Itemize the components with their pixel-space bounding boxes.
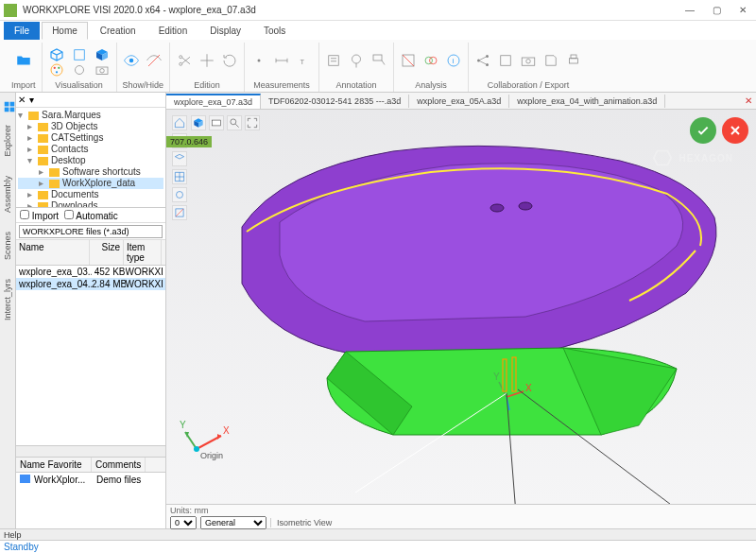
svg-text:T: T — [301, 58, 305, 66]
3d-viewport[interactable]: 707.0.646 HEXAGON — [166, 110, 756, 504]
rotate-icon[interactable] — [221, 52, 238, 69]
export-icon[interactable] — [497, 52, 514, 69]
section-icon[interactable] — [400, 52, 417, 69]
vt-layers-icon[interactable] — [172, 151, 187, 166]
move-icon[interactable] — [198, 52, 215, 69]
vt-rect-icon[interactable] — [209, 115, 224, 130]
measure-text-icon[interactable]: T — [296, 52, 313, 69]
layer-select[interactable]: 0 — [170, 516, 197, 529]
ribbon-group-label: Measurements — [253, 80, 310, 90]
file-row[interactable]: wxplore_exa_03... 452 KB WORKXPL — [16, 266, 165, 278]
tree-item[interactable]: Documents — [51, 189, 99, 200]
svg-point-7 — [99, 69, 104, 74]
svg-point-44 — [231, 119, 236, 125]
ribbon-tabs: File Home Creation Edition Display Tools — [0, 21, 756, 40]
svg-line-22 — [403, 55, 414, 66]
sidetab-scenes[interactable]: Scenes — [1, 228, 14, 264]
document-tab[interactable]: wxplore_exa_07.a3d — [166, 94, 261, 109]
vt-section-icon[interactable] — [172, 205, 187, 220]
file-filter-input[interactable] — [19, 225, 163, 238]
maximize-button[interactable]: ▢ — [707, 5, 726, 15]
vt-snap-icon[interactable] — [172, 187, 187, 202]
measure-dist-icon[interactable] — [273, 52, 290, 69]
document-close-icon[interactable]: ✕ — [741, 95, 756, 106]
document-tab[interactable]: wxplore_exa_05A.a3d — [409, 95, 509, 108]
y-label: Y — [180, 420, 186, 430]
reject-button[interactable] — [722, 117, 748, 144]
svg-point-62 — [194, 446, 199, 452]
vt-fit-icon[interactable] — [245, 115, 260, 130]
measure-point-icon[interactable] — [250, 52, 267, 69]
sidetab-layers[interactable]: Interct_lyrs — [1, 275, 14, 324]
svg-text:X: X — [525, 383, 532, 393]
panel-pin-icon[interactable]: ▾ — [29, 95, 34, 105]
window-title: WORKXPLORE VISI 2020.0 x64 - wxplore_exa… — [23, 5, 680, 15]
svg-line-20 — [382, 60, 385, 65]
hide-icon[interactable] — [146, 52, 163, 69]
tab-creation[interactable]: Creation — [90, 22, 146, 40]
svg-line-45 — [235, 124, 239, 128]
open-folder-icon[interactable] — [15, 52, 32, 69]
minimize-button[interactable]: — — [680, 5, 699, 15]
vt-search-icon[interactable] — [227, 115, 242, 130]
view-label: Isometric View — [270, 518, 332, 527]
close-button[interactable]: ✕ — [733, 5, 752, 15]
tree-item[interactable]: Software shortcuts — [62, 166, 141, 178]
camera2-icon[interactable] — [520, 52, 537, 69]
info-icon[interactable]: i — [445, 52, 462, 69]
tree-item[interactable]: Downloads — [51, 200, 97, 208]
vt-grid-icon[interactable] — [172, 169, 187, 184]
vt-cube-icon[interactable] — [191, 115, 206, 130]
tab-home[interactable]: Home — [42, 22, 88, 40]
status-bar: Standby — [0, 540, 756, 553]
callout-icon[interactable] — [370, 52, 387, 69]
tab-display[interactable]: Display — [199, 22, 251, 40]
camera-icon[interactable] — [94, 61, 111, 78]
viewport-footer: Units: mm 0 General Isometric View — [166, 504, 756, 528]
svg-point-27 — [477, 60, 480, 62]
balloon-icon[interactable] — [348, 52, 365, 69]
tab-tools[interactable]: Tools — [253, 22, 296, 40]
config-select[interactable]: General — [200, 516, 266, 529]
svg-point-23 — [425, 57, 433, 64]
document-tab[interactable]: TDF06202-03012-541 2835 ---.a3d — [261, 95, 409, 108]
svg-point-8 — [129, 59, 134, 63]
tree-item[interactable]: CATSettings — [51, 132, 103, 144]
tree-root[interactable]: Sara.Marques — [42, 110, 101, 121]
sidetab-windows-icon[interactable] — [1, 96, 14, 110]
note-icon[interactable] — [325, 52, 342, 69]
sidetab-assembly[interactable]: Assembly — [1, 172, 14, 216]
favorite-row[interactable]: WorkXplor... Demo files — [16, 473, 165, 487]
folder-tree[interactable]: ▾Sara.Marques ▸3D Objects ▸CATSettings ▸… — [16, 108, 165, 208]
tree-item[interactable]: 3D Objects — [51, 121, 97, 132]
tab-file[interactable]: File — [4, 22, 40, 40]
app-icon — [4, 4, 17, 17]
import-checkbox[interactable]: Import — [20, 210, 59, 221]
file-list-scrollbar[interactable] — [16, 445, 165, 457]
3d-model: X Y — [223, 132, 733, 454]
accept-button[interactable] — [690, 117, 716, 144]
vt-home-icon[interactable] — [172, 115, 187, 130]
sidetab-explorer[interactable]: Explorer — [1, 121, 14, 161]
save-icon[interactable] — [542, 52, 559, 69]
palette-icon[interactable] — [48, 61, 65, 78]
file-row[interactable]: wxplore_exa_04... 2.84 MB WORKXPL — [16, 278, 165, 290]
tree-item[interactable]: WorkXplore_data — [62, 178, 135, 189]
show-icon[interactable] — [123, 52, 140, 69]
file-list-header: Name Size Item type — [16, 240, 165, 266]
tree-item[interactable]: Contacts — [51, 144, 88, 155]
svg-point-10 — [180, 56, 182, 59]
view-icon[interactable] — [71, 61, 88, 78]
document-tab[interactable]: wxplore_exa_04_with_animation.a3d — [509, 95, 665, 108]
tree-item[interactable]: Desktop — [51, 155, 86, 166]
svg-point-32 — [526, 60, 531, 64]
panel-close-icon[interactable]: ✕ — [18, 95, 26, 105]
tab-edition[interactable]: Edition — [148, 22, 198, 40]
file-list[interactable]: wxplore_exa_03... 452 KB WORKXPL wxplore… — [16, 266, 165, 445]
folder-icon — [20, 475, 30, 483]
print-icon[interactable] — [565, 52, 582, 69]
scissors-icon[interactable] — [176, 52, 193, 69]
compare-icon[interactable] — [422, 52, 439, 69]
automatic-checkbox[interactable]: Automatic — [64, 210, 118, 221]
share-icon[interactable] — [474, 52, 491, 69]
